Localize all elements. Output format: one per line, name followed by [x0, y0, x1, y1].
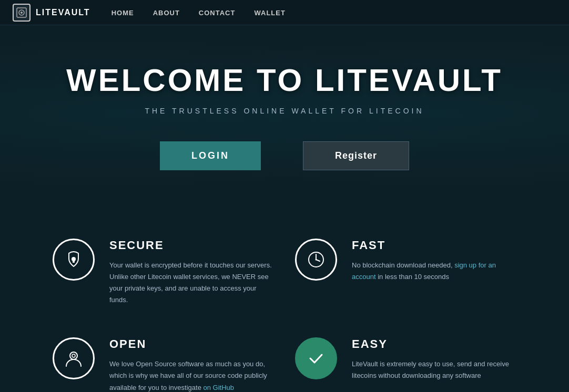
- hero-buttons: LOGIN Register: [11, 141, 558, 170]
- register-button[interactable]: Register: [303, 141, 409, 170]
- nav-item-home[interactable]: HOME: [111, 8, 134, 17]
- feature-fast-content: FAST No blockchain download needed, sign…: [352, 239, 516, 283]
- fast-icon: [295, 239, 337, 281]
- feature-open-content: OPEN We love Open Source software as muc…: [109, 337, 274, 392]
- navbar: LITEVAULT HOME ABOUT CONTACT WALLET: [0, 0, 569, 25]
- feature-secure: SECURE Your wallet is encrypted before i…: [42, 223, 284, 322]
- nav-item-contact[interactable]: CONTACT: [199, 8, 236, 17]
- feature-fast-title: FAST: [352, 239, 516, 252]
- feature-secure-content: SECURE Your wallet is encrypted before i…: [109, 239, 274, 306]
- feature-open-title: OPEN: [109, 337, 274, 351]
- hero-title: WELCOME TO LITEVAULT: [11, 62, 558, 98]
- easy-icon: [295, 337, 337, 379]
- feature-secure-text: Your wallet is encrypted before it touch…: [109, 260, 274, 306]
- svg-point-2: [21, 12, 23, 14]
- feature-open-text: We love Open Source software as much as …: [109, 358, 274, 392]
- hero-section: WELCOME TO LITEVAULT THE TRUSTLESS ONLIN…: [0, 25, 569, 202]
- logo-icon: [13, 4, 31, 22]
- feature-open: OPEN We love Open Source software as muc…: [42, 322, 284, 392]
- secure-icon: [53, 239, 95, 281]
- svg-point-8: [316, 259, 317, 261]
- feature-fast: FAST No blockchain download needed, sign…: [284, 223, 527, 322]
- feature-fast-text-after: in less than 10 seconds: [376, 273, 449, 281]
- feature-open-link[interactable]: on GitHub: [204, 384, 235, 391]
- feature-secure-title: SECURE: [109, 239, 274, 252]
- open-icon: [53, 337, 95, 379]
- login-button[interactable]: LOGIN: [160, 141, 261, 170]
- features-section: SECURE Your wallet is encrypted before i…: [0, 202, 569, 392]
- feature-easy-text: LiteVault is extremely easy to use, send…: [352, 358, 516, 381]
- feature-fast-text: No blockchain download needed, sign up f…: [352, 260, 516, 283]
- nav-item-about[interactable]: ABOUT: [153, 8, 180, 17]
- feature-easy: EASY LiteVault is extremely easy to use,…: [284, 322, 527, 392]
- feature-fast-text-before: No blockchain download needed,: [352, 261, 454, 269]
- svg-point-10: [72, 354, 75, 357]
- feature-easy-content: EASY LiteVault is extremely easy to use,…: [352, 337, 516, 381]
- feature-easy-title: EASY: [352, 337, 516, 351]
- svg-point-9: [70, 352, 77, 359]
- nav-item-wallet[interactable]: WALLET: [254, 8, 285, 17]
- hero-subtitle: THE TRUSTLESS ONLINE WALLET FOR LITECOIN: [11, 107, 558, 115]
- logo[interactable]: LITEVAULT: [13, 4, 90, 22]
- feature-open-text-before: We love Open Source software as much as …: [109, 360, 267, 391]
- nav-links: HOME ABOUT CONTACT WALLET: [111, 8, 286, 17]
- svg-rect-4: [73, 260, 75, 263]
- logo-text: LITEVAULT: [36, 8, 90, 17]
